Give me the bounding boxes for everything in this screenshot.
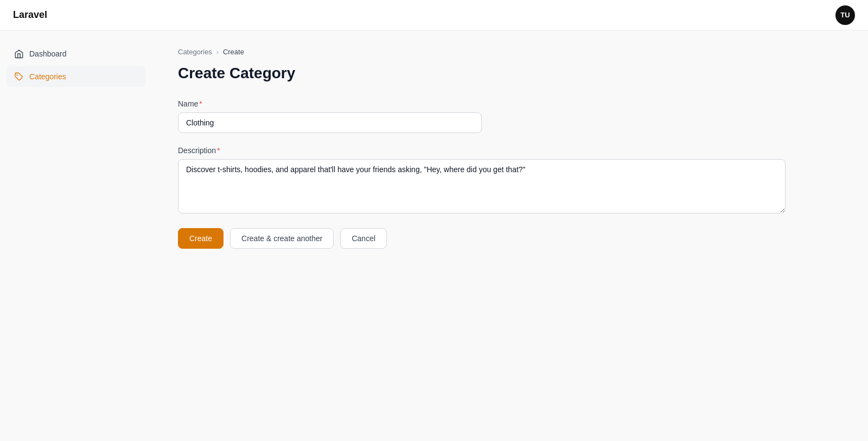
layout: Dashboard Categories Categories › Create… — [0, 30, 868, 441]
create-another-button[interactable]: Create & create another — [230, 228, 334, 249]
create-button[interactable]: Create — [178, 228, 224, 249]
create-category-form: Name* Description* Discover t-shirts, ho… — [178, 99, 842, 249]
home-icon — [14, 49, 24, 59]
breadcrumb: Categories › Create — [178, 48, 842, 56]
breadcrumb-parent[interactable]: Categories — [178, 48, 212, 56]
description-required-indicator: * — [217, 146, 220, 155]
cancel-button[interactable]: Cancel — [340, 228, 387, 249]
tag-icon — [14, 72, 24, 81]
sidebar-item-categories[interactable]: Categories — [7, 66, 145, 87]
main-content: Categories › Create Create Category Name… — [152, 30, 868, 441]
description-field-group: Description* Discover t-shirts, hoodies,… — [178, 146, 842, 215]
name-label: Name* — [178, 99, 842, 108]
description-label: Description* — [178, 146, 842, 155]
name-required-indicator: * — [199, 99, 202, 108]
svg-point-0 — [17, 74, 18, 75]
avatar[interactable]: TU — [835, 5, 855, 25]
sidebar-item-label-categories: Categories — [29, 72, 66, 81]
name-field-group: Name* — [178, 99, 842, 133]
page-title: Create Category — [178, 65, 842, 82]
sidebar-item-label-dashboard: Dashboard — [29, 49, 67, 58]
button-group: Create Create & create another Cancel — [178, 228, 842, 249]
breadcrumb-current: Create — [223, 48, 244, 56]
sidebar: Dashboard Categories — [0, 30, 152, 441]
description-input[interactable]: Discover t-shirts, hoodies, and apparel … — [178, 159, 786, 213]
top-nav: Laravel TU — [0, 0, 868, 30]
sidebar-item-dashboard[interactable]: Dashboard — [7, 43, 145, 64]
name-input[interactable] — [178, 112, 482, 133]
app-logo: Laravel — [13, 9, 47, 21]
breadcrumb-separator: › — [216, 48, 219, 56]
